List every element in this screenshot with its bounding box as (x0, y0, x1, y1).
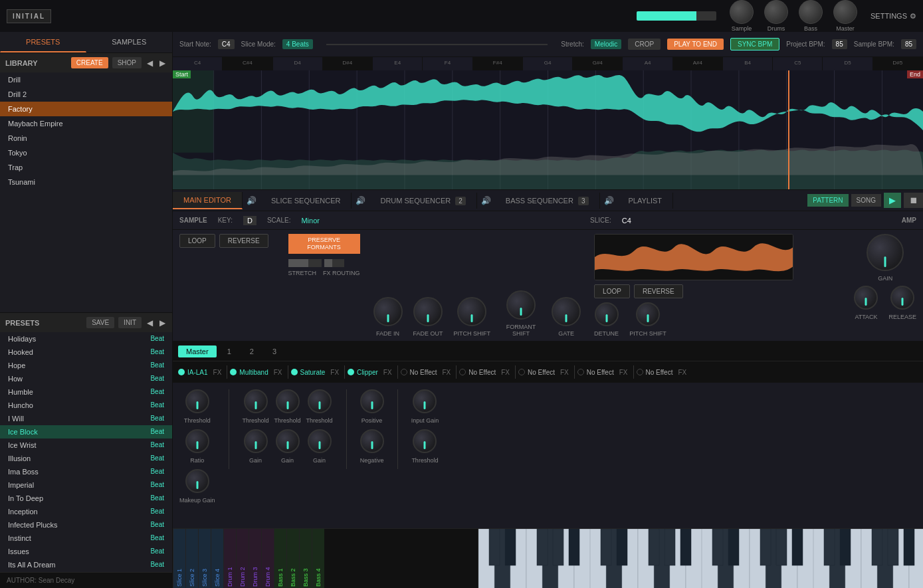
reverse-button[interactable]: REVERSE (219, 234, 268, 248)
preset-huncho[interactable]: HunchoBeat (0, 399, 172, 412)
ia-la1-dot[interactable] (178, 369, 185, 375)
preset-instinct[interactable]: InstinctBeat (0, 532, 172, 545)
track-drum-1[interactable]: Drum 1 (223, 529, 236, 588)
waveform-area[interactable]: C4 C#4 D4 D#4 E4 F4 F#4 G4 G#4 A4 A#4 B4… (173, 57, 923, 190)
save-preset-button[interactable]: SAVE (86, 317, 114, 328)
no-effect-1-dot[interactable] (401, 369, 407, 375)
loop-button[interactable]: LOOP (179, 234, 215, 248)
pattern-button[interactable]: PATTERN (807, 194, 848, 207)
create-button[interactable]: CREATE (71, 57, 108, 68)
preset-infected-plucks[interactable]: Infected PlucksBeat (0, 518, 172, 532)
preset-how[interactable]: HowBeat (0, 372, 172, 385)
presets-prev-arrow[interactable]: ◀ (146, 318, 154, 328)
saturate-dot[interactable] (291, 369, 298, 375)
reverse2-button[interactable]: REVERSE (634, 284, 683, 298)
preset-ice-block[interactable]: Ice BlockBeat (0, 425, 172, 439)
preset-ima-boss[interactable]: Ima BossBeat (0, 465, 172, 478)
library-next-arrow[interactable]: ▶ (158, 58, 167, 68)
detune-knob[interactable] (595, 302, 619, 326)
mb-gain2-knob[interactable] (276, 429, 300, 453)
saturate-label[interactable]: Saturate (300, 369, 326, 376)
ia-la1-makeup-knob[interactable] (185, 469, 209, 493)
track-bass-2[interactable]: Bass 2 (286, 529, 299, 588)
bass-sequencer-tab[interactable]: BASS SEQUENCER 3 (495, 193, 600, 209)
preset-holidays[interactable]: HolidaysBeat (0, 332, 172, 345)
presets-next-arrow[interactable]: ▶ (158, 318, 167, 328)
no-effect-4-label[interactable]: No Effect (587, 369, 614, 376)
track-drum-4[interactable]: Drum 4 (261, 529, 274, 588)
preset-imperial[interactable]: ImperialBeat (0, 478, 172, 492)
gain-knob[interactable] (867, 234, 904, 271)
preset-inception[interactable]: InceptionBeat (0, 505, 172, 518)
settings-button[interactable]: SETTINGS ⚙ (871, 12, 916, 21)
preset-illusion[interactable]: IllusionBeat (0, 452, 172, 465)
slice-mode-value[interactable]: 4 Beats (282, 39, 313, 49)
pitch-shift2-knob[interactable] (636, 302, 660, 326)
clipper-label[interactable]: Clipper (357, 369, 378, 376)
no-effect-5-dot[interactable] (637, 369, 643, 375)
ia-la1-fx-btn[interactable]: FX (211, 369, 225, 376)
preset-ice-wrist[interactable]: Ice WristBeat (0, 439, 172, 452)
library-item-drill2[interactable]: Drill 2 (0, 87, 172, 102)
saturate-fx-btn[interactable]: FX (328, 369, 342, 376)
multiband-label[interactable]: Multiband (239, 369, 268, 376)
track-slice-3[interactable]: Slice 3 (198, 529, 211, 588)
track-drum-3[interactable]: Drum 3 (249, 529, 261, 588)
effects-tab-master[interactable]: Master (178, 345, 217, 357)
multiband-dot[interactable] (230, 369, 237, 375)
key-value[interactable]: D (243, 216, 256, 225)
ia-la1-label[interactable]: IA-LA1 (187, 369, 208, 376)
crop-button[interactable]: CROP (628, 39, 661, 50)
bass-knob[interactable] (799, 0, 823, 24)
effects-tab-2[interactable]: 2 (242, 345, 262, 357)
song-button[interactable]: SONG (851, 194, 881, 207)
preset-its-all-a-dream[interactable]: Its All A DreamBeat (0, 558, 172, 571)
library-item-maybach[interactable]: Maybach Empire (0, 116, 172, 131)
no-effect-4-dot[interactable] (577, 369, 584, 375)
no-effect-1-fx-btn[interactable]: FX (440, 369, 454, 376)
no-effect-3-label[interactable]: No Effect (528, 369, 555, 376)
no-effect-2-fx-btn[interactable]: FX (498, 369, 512, 376)
release-knob[interactable] (890, 286, 914, 310)
no-effect-5-label[interactable]: No Effect (646, 369, 673, 376)
no-effect-4-fx-btn[interactable]: FX (617, 369, 631, 376)
clipper-fx-btn[interactable]: FX (381, 369, 395, 376)
drum-sequencer-tab[interactable]: DRUM SEQUENCER 2 (369, 193, 476, 209)
gate-knob[interactable] (552, 297, 581, 326)
fade-in-knob[interactable] (373, 297, 403, 326)
preset-hope[interactable]: HopeBeat (0, 359, 172, 372)
track-bass-1[interactable]: Bass 1 (274, 529, 286, 588)
multiband-fx-btn[interactable]: FX (271, 369, 285, 376)
no-effect-2-label[interactable]: No Effect (468, 369, 496, 376)
mb-threshold1-knob[interactable] (244, 389, 268, 413)
ia-la1-threshold-knob[interactable] (185, 389, 209, 413)
mb-gain1-knob[interactable] (244, 429, 268, 453)
track-slice-2[interactable]: Slice 2 (185, 529, 198, 588)
sync-bpm-button[interactable]: SYNC BPM (730, 38, 779, 50)
effects-tab-3[interactable]: 3 (264, 345, 284, 357)
clipper-dot[interactable] (348, 369, 354, 375)
ia-la1-ratio-knob[interactable] (185, 429, 209, 453)
saturate-positive-knob[interactable] (360, 389, 384, 413)
play-to-end-button[interactable]: PLAY TO END (667, 39, 724, 50)
master-knob[interactable] (833, 0, 857, 24)
mb-gain3-knob[interactable] (308, 429, 332, 453)
drums-knob[interactable] (764, 0, 788, 24)
mb-threshold3-knob[interactable] (308, 389, 332, 413)
no-effect-3-fx-btn[interactable]: FX (558, 369, 571, 376)
play-button[interactable]: ▶ (884, 193, 901, 208)
library-item-trap[interactable]: Trap (0, 160, 172, 175)
track-bass-4[interactable]: Bass 4 (312, 529, 324, 588)
fade-out-knob[interactable] (413, 297, 443, 326)
main-editor-tab[interactable]: MAIN EDITOR (173, 192, 243, 209)
effects-tab-1[interactable]: 1 (219, 345, 239, 357)
track-slice-4[interactable]: Slice 4 (211, 529, 223, 588)
stop-button[interactable]: ⏹ (904, 193, 923, 208)
no-effect-2-dot[interactable] (459, 369, 466, 375)
clipper-threshold-knob[interactable] (413, 429, 437, 453)
no-effect-5-fx-btn[interactable]: FX (675, 369, 689, 376)
init-preset-button[interactable]: INIT (118, 317, 142, 328)
samples-tab[interactable]: SAMPLES (86, 32, 173, 52)
preset-i-will[interactable]: I WillBeat (0, 412, 172, 425)
slice-sequencer-tab[interactable]: SLICE SEQUENCER (260, 193, 352, 209)
